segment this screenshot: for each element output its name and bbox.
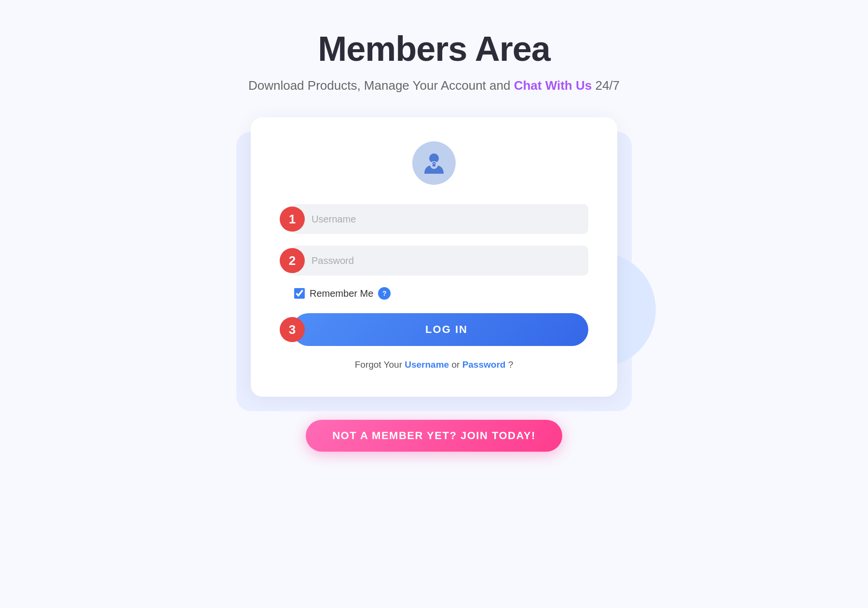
step-2-badge: 2 bbox=[280, 248, 305, 273]
step-3-badge: 3 bbox=[280, 317, 305, 342]
forgot-row: Forgot Your Username or Password ? bbox=[280, 359, 588, 370]
help-icon[interactable]: ? bbox=[378, 287, 391, 300]
page-wrapper: Members Area Download Products, Manage Y… bbox=[0, 29, 868, 452]
svg-rect-2 bbox=[433, 164, 435, 166]
user-avatar-icon bbox=[421, 151, 447, 176]
remember-me-checkbox[interactable] bbox=[294, 288, 305, 299]
forgot-username-link[interactable]: Username bbox=[405, 359, 449, 370]
login-button[interactable]: LOG IN bbox=[292, 313, 588, 346]
page-subtitle: Download Products, Manage Your Account a… bbox=[248, 78, 620, 93]
username-input[interactable] bbox=[292, 204, 588, 234]
card-container: 1 2 Remember Me ? 3 LOG IN Forgot You bbox=[251, 117, 617, 397]
step-1-badge: 1 bbox=[280, 207, 305, 232]
avatar bbox=[412, 141, 456, 185]
login-row: 3 LOG IN bbox=[280, 313, 588, 346]
forgot-text-before: Forgot Your bbox=[355, 359, 402, 370]
forgot-question-mark: ? bbox=[508, 359, 514, 370]
page-title: Members Area bbox=[318, 29, 550, 69]
forgot-password-link[interactable]: Password bbox=[462, 359, 506, 370]
subtitle-text-after: 24/7 bbox=[595, 78, 620, 93]
password-input[interactable] bbox=[292, 246, 588, 276]
remember-me-label: Remember Me bbox=[310, 288, 373, 299]
username-field-row: 1 bbox=[280, 204, 588, 234]
forgot-or-text: or bbox=[451, 359, 460, 370]
join-button[interactable]: NOT A MEMBER YET? JOIN TODAY! bbox=[306, 420, 562, 452]
subtitle-text-before: Download Products, Manage Your Account a… bbox=[248, 78, 511, 93]
remember-me-row: Remember Me ? bbox=[280, 287, 588, 300]
avatar-wrapper bbox=[280, 141, 588, 185]
password-field-row: 2 bbox=[280, 246, 588, 276]
chat-link[interactable]: Chat With Us bbox=[514, 78, 592, 93]
join-button-wrapper: NOT A MEMBER YET? JOIN TODAY! bbox=[306, 420, 562, 452]
login-card: 1 2 Remember Me ? 3 LOG IN Forgot You bbox=[251, 117, 617, 397]
